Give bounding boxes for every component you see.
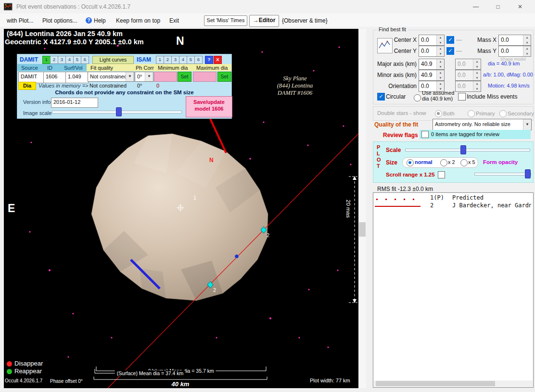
marker-2-label-b: 2 (213, 287, 216, 293)
form-opacity-slider[interactable] (474, 169, 531, 178)
double-both-label: Both (443, 111, 455, 116)
editor-button[interactable]: →Editor (249, 15, 279, 27)
double-primary-radio[interactable] (468, 110, 475, 117)
help-icon: ? (86, 17, 92, 24)
observations-list[interactable]: 1(P)Predicted 2J Bardecker, near Gardn (373, 192, 534, 388)
predicted-line-sample (376, 199, 418, 200)
mass-x-spinner[interactable]: 0.0▴▾ (498, 35, 531, 46)
km-scale-label: 40 km (172, 380, 190, 388)
isam-model-6-button[interactable]: 6 (194, 56, 203, 64)
ph-corr-header: Ph Corr (136, 65, 154, 71)
dia-button[interactable]: Dia (18, 82, 36, 90)
double-secondary-radio[interactable] (499, 110, 507, 117)
damit-model-1-button[interactable]: 1 (42, 56, 51, 64)
scroll-range-checkbox[interactable] (438, 171, 445, 178)
double-both-radio[interactable] (435, 110, 442, 117)
vertical-scrollbar-thumb[interactable] (359, 222, 366, 237)
include-miss-checkbox[interactable] (458, 93, 466, 101)
max-dia-header: Maximum dia (196, 65, 228, 71)
dia-readout: dia = 40.9 km (488, 61, 520, 66)
use-assumed-dia-radio[interactable] (414, 94, 421, 101)
ph-corr-dropdown[interactable]: 0°▼ (135, 72, 153, 82)
plot-header-line2: Geocentric X 4127.9 ±0.0 Y 2005.1 ±0.0 k… (5, 38, 144, 46)
review-flags-text: 0 items are tagged for review (431, 131, 499, 137)
isam-model-5-button[interactable]: 5 (187, 56, 195, 64)
double-stars-label: Double stars - show (377, 110, 426, 116)
list-horizontal-scrollbar[interactable] (374, 380, 533, 387)
mas-scale-line (349, 176, 358, 303)
major-axis-spinner[interactable]: 40.9▴▾ (419, 59, 445, 70)
center-x-checkbox[interactable]: ✓ (446, 36, 454, 44)
menu-with-plot[interactable]: with Plot... (7, 17, 33, 24)
list-item-predicted[interactable]: 1(P)Predicted (373, 194, 532, 202)
size-x2-radio[interactable] (440, 159, 447, 166)
isam-model-3-button[interactable]: 3 (171, 56, 179, 64)
damit-close-button[interactable]: X (214, 56, 222, 64)
min-dia-set-button[interactable]: Set (178, 72, 191, 82)
damit-model-5-button[interactable]: 5 (73, 56, 81, 64)
find-best-fit-group: Find best fit Center X 0.0▴▾ ✓ --- Mass … (373, 30, 534, 104)
size-normal-label: normal (415, 159, 433, 165)
observation-number: 1(P) (430, 194, 452, 201)
size-options-box: normal x 2 x 5 (402, 157, 478, 168)
mass-y-spinner[interactable]: 0.0▴▾ (498, 46, 531, 57)
minimize-button[interactable]: — (465, 0, 487, 13)
damit-model-6-button[interactable]: 6 (81, 56, 89, 64)
fit-quality-header: Fit quality (90, 65, 113, 71)
find-best-fit-label: Find best fit (377, 26, 408, 32)
max-dia-field[interactable] (193, 72, 217, 82)
set-miss-times-button[interactable]: Set 'Miss' Times (204, 15, 247, 26)
plot-vertical-scrollbar[interactable] (358, 29, 366, 388)
center-y-checkbox[interactable]: ✓ (446, 47, 454, 55)
min-dia-field[interactable] (154, 72, 177, 82)
damit-model-2-button[interactable]: 2 (50, 56, 58, 64)
size-normal-radio[interactable] (407, 159, 414, 166)
mas-scale-label: 20 mas (345, 200, 351, 218)
list-item-bardecker[interactable]: 2J Bardecker, near Gardn (373, 202, 532, 209)
plot-controls-panel: P L O T Scale Size normal x 2 x 5 Form o… (373, 141, 534, 183)
center-x-spinner[interactable]: 0.0▴▾ (419, 35, 445, 46)
major-axis-label: Major axis (km) (374, 61, 417, 67)
memory-fit-quality: Not constrained (89, 83, 127, 89)
event-point-blue[interactable] (235, 254, 238, 258)
close-button[interactable]: ✕ (509, 0, 531, 13)
center-y-spinner[interactable]: 0.0▴▾ (419, 46, 445, 57)
menu-keep-on-top[interactable]: Keep form on top (116, 17, 160, 24)
center-x-label: Center X (392, 37, 417, 43)
minor-axis-spinner[interactable]: 40.9▴▾ (419, 70, 445, 81)
double-secondary-label: Secondary (508, 111, 534, 116)
isam-model-2-button[interactable]: 2 (164, 56, 172, 64)
review-flags-checkbox[interactable] (421, 131, 429, 138)
isam-model-4-button[interactable]: 4 (179, 56, 187, 64)
menu-plot-options[interactable]: Plot options... (42, 17, 77, 24)
axis-north-label: N (209, 157, 214, 164)
scale-slider[interactable] (405, 145, 530, 154)
menu-exit[interactable]: Exit (169, 17, 179, 24)
damit-help-button[interactable]: ? (205, 56, 213, 64)
light-curves-button[interactable]: Light curves (92, 56, 134, 64)
orientation-alt-spinner: 0.0▴▾ (455, 81, 481, 92)
menu-help[interactable]: Help (94, 17, 106, 24)
image-scale-slider[interactable] (52, 107, 182, 116)
surfvol-header: Surf/Vol (64, 65, 83, 71)
observation-text: 2J Bardecker, near Gardn (430, 202, 531, 209)
plot-letter-o: O (377, 157, 381, 163)
fit-quality-dropdown[interactable]: Not constrained▼ (88, 72, 134, 82)
isam-label: ISAM (137, 56, 151, 63)
quality-of-fit-dropdown[interactable]: Astrometry only. No reliable size▼ (433, 119, 532, 130)
max-dia-set-button[interactable]: Set (217, 72, 231, 82)
best-fit-graph-button[interactable] (377, 38, 393, 53)
scrollbar-thumb[interactable] (376, 381, 495, 386)
size-x5-radio[interactable] (460, 159, 468, 166)
ab-dmag-readout: a/b: 1.00, dMag: 0.00 (483, 72, 533, 77)
damit-model-4-button[interactable]: 4 (65, 56, 74, 64)
damit-model-3-button[interactable]: 3 (58, 56, 66, 64)
maximize-button[interactable]: □ (487, 0, 509, 13)
save-model-button[interactable]: Save/update model 1606 (186, 96, 232, 117)
circular-checkbox[interactable]: ✓ (377, 93, 385, 101)
scroll-range-label: Scroll range x 1.25 (386, 172, 435, 177)
version-field: 2016-01-12 (51, 98, 98, 108)
north-direction-label: N (176, 35, 184, 48)
isam-model-1-button[interactable]: 1 (156, 56, 164, 64)
review-flags-label: Review flags (383, 132, 418, 139)
